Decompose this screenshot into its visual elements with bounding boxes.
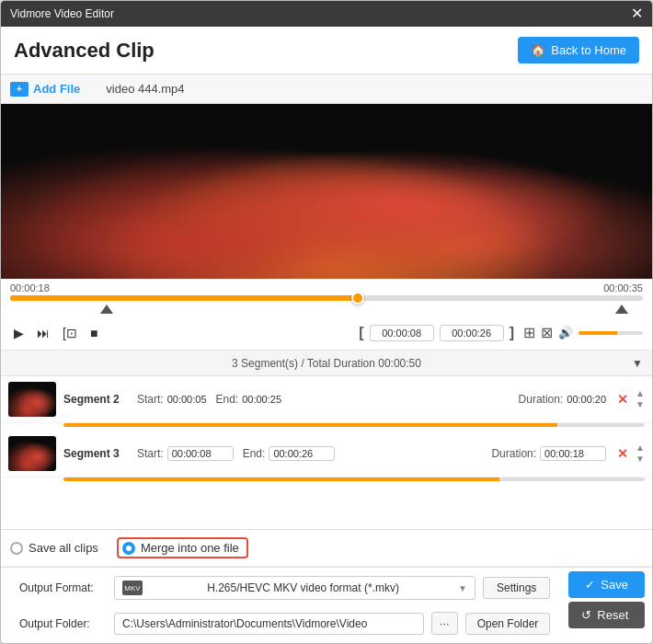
output-settings: Output Format: MKV H.265/HEVC MKV video … [1, 568, 568, 643]
merge-option-box: Merge into one file [117, 537, 248, 558]
segment-2-end-label: End: [216, 393, 239, 406]
segment-2-duration-label: Duration: [519, 393, 564, 406]
save-all-clips-option[interactable]: Save all clips [10, 541, 98, 555]
action-buttons: ✓ Save ↺ Reset [568, 568, 652, 643]
title-bar: Vidmore Video Editor ✕ [1, 1, 652, 27]
output-format-row: Output Format: MKV H.265/HEVC MKV video … [10, 571, 559, 604]
skip-icon: ⏭ [37, 326, 50, 340]
segment-3-thumb-img [8, 436, 56, 471]
segment-2-start-field: Start: 00:00:05 [137, 393, 207, 406]
segment-3-close-button[interactable]: ✕ [617, 446, 628, 461]
stop-button[interactable]: ■ [86, 324, 101, 342]
output-folder-row: Output Folder: C:\Users\Administrator\Do… [10, 607, 559, 639]
close-button[interactable]: ✕ [631, 6, 643, 21]
save-all-label: Save all clips [29, 541, 98, 555]
trim-handle-right[interactable] [615, 305, 628, 314]
segment-3-end-input[interactable] [269, 446, 335, 461]
segment-3-label: Segment 3 [63, 447, 128, 460]
reset-icon: ↺ [581, 608, 591, 622]
format-icon: MKV [122, 581, 143, 595]
merge-option[interactable]: Merge into one file [122, 541, 239, 555]
seek-thumb[interactable] [351, 292, 364, 305]
clip-icon-1[interactable]: ⊞ [523, 324, 535, 341]
reset-button[interactable]: ↺ Reset [568, 602, 645, 628]
save-button[interactable]: ✓ Save [568, 571, 645, 598]
open-folder-button[interactable]: Open Folder [465, 613, 551, 635]
segment-2-label: Segment 2 [63, 393, 128, 406]
bracket-icon: [⊡ [63, 326, 77, 340]
merge-label: Merge into one file [141, 541, 239, 555]
segment-2-progress [63, 423, 645, 427]
segment-3-thumb [8, 436, 56, 471]
add-file-button[interactable]: + Add File [10, 82, 80, 97]
page-title: Advanced Clip [14, 39, 155, 63]
format-value: H.265/HEVC MKV video format (*.mkv) [207, 581, 399, 594]
clip-icons: ⊞ ⊠ [523, 324, 553, 341]
segment-2-down-arrow[interactable]: ▼ [636, 400, 645, 409]
segments-header: 3 Segment(s) / Total Duration 00:00:50 ▼ [1, 351, 652, 376]
play-button[interactable]: ▶ [10, 324, 28, 342]
browse-folder-button[interactable]: ··· [431, 612, 458, 635]
segments-count-label: 3 Segment(s) / Total Duration 00:00:50 [232, 357, 421, 370]
save-all-radio[interactable] [10, 542, 23, 555]
bracket-left-symbol: [ [359, 325, 363, 341]
segment-3-arrows: ▲ ▼ [636, 443, 645, 464]
segment-row-3: Segment 3 Start: End: Duration: ✕ [1, 431, 652, 481]
skip-button[interactable]: ⏭ [33, 324, 53, 342]
segment-3-end-field: End: [243, 446, 336, 461]
segment-2-row: Segment 2 Start: 00:00:05 End: 00:00:25 … [1, 376, 652, 423]
segment-2-arrows: ▲ ▼ [636, 389, 645, 409]
merge-radio[interactable] [122, 542, 135, 555]
output-folder-label: Output Folder: [19, 617, 107, 630]
play-icon: ▶ [14, 326, 24, 340]
seek-fill [10, 295, 358, 301]
output-format-select[interactable]: MKV H.265/HEVC MKV video format (*.mkv) … [114, 576, 475, 600]
segment-3-up-arrow[interactable]: ▲ [636, 443, 645, 453]
bottom-bar: Output Format: MKV H.265/HEVC MKV video … [1, 567, 652, 643]
segments-area: Segment 2 Start: 00:00:05 End: 00:00:25 … [1, 376, 652, 530]
output-format-label: Output Format: [19, 581, 107, 594]
segment-3-start-input[interactable] [167, 446, 234, 461]
segment-3-progress [63, 477, 645, 481]
segment-3-duration-input[interactable] [540, 446, 606, 461]
clip-icon-2[interactable]: ⊠ [541, 324, 553, 341]
seek-track[interactable] [10, 295, 643, 301]
time-in-input[interactable] [370, 325, 434, 341]
trim-handles [10, 305, 643, 314]
segment-2-up-arrow[interactable]: ▲ [636, 389, 645, 398]
segments-collapse-arrow[interactable]: ▼ [632, 357, 643, 370]
segment-3-start-field: Start: [137, 446, 234, 461]
segment-2-end-field: End: 00:00:25 [216, 393, 282, 406]
time-start: 00:00:18 [10, 282, 50, 293]
segment-2-duration-value: 00:00:20 [567, 394, 606, 405]
video-preview [1, 104, 652, 279]
volume-section: 🔊 [558, 326, 643, 339]
segment-3-end-label: End: [243, 447, 266, 460]
time-labels: 00:00:18 00:00:35 [10, 282, 643, 293]
volume-slider[interactable] [579, 331, 643, 335]
segment-3-start-label: Start: [137, 447, 164, 460]
file-name-label: video 444.mp4 [106, 82, 184, 96]
volume-icon: 🔊 [558, 326, 573, 339]
segment-3-down-arrow[interactable]: ▼ [636, 454, 645, 464]
segment-2-close-button[interactable]: ✕ [617, 392, 628, 407]
add-file-icon: + [10, 82, 29, 97]
main-window: Vidmore Video Editor ✕ Advanced Clip 🏠 B… [0, 0, 653, 644]
segment-2-duration-field: Duration: 00:00:20 [519, 393, 607, 406]
segment-3-duration-label: Duration: [491, 447, 536, 460]
back-to-home-button[interactable]: 🏠 Back to Home [518, 37, 639, 63]
bracket-button[interactable]: [⊡ [59, 324, 81, 342]
controls-bar: ▶ ⏭ [⊡ ■ [ ] ⊞ ⊠ 🔊 [1, 316, 652, 351]
folder-path-display: C:\Users\Administrator\Documents\Vidmore… [114, 613, 424, 635]
trim-handle-left[interactable] [100, 305, 113, 314]
toolbar: + Add File video 444.mp4 [1, 75, 652, 104]
time-end: 00:00:35 [603, 282, 643, 293]
time-out-input[interactable] [440, 325, 504, 341]
home-icon: 🏠 [531, 43, 545, 57]
segment-row-2: Segment 2 Start: 00:00:05 End: 00:00:25 … [1, 376, 652, 427]
segment-2-start-value: 00:00:05 [167, 394, 207, 405]
segment-2-thumb [8, 382, 56, 417]
settings-button[interactable]: Settings [483, 577, 550, 599]
save-check-icon: ✓ [585, 578, 595, 592]
video-canvas [1, 104, 652, 279]
